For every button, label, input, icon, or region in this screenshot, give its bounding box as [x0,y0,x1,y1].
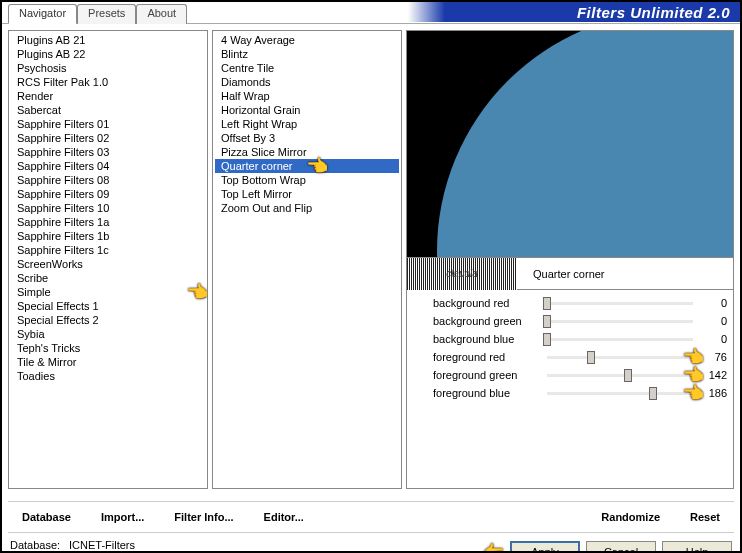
category-item[interactable]: Sapphire Filters 1b [11,229,205,243]
slider-value: 186 [699,387,729,399]
category-item[interactable]: Sapphire Filters 08 [11,173,205,187]
category-item[interactable]: Sybia [11,327,205,341]
category-item[interactable]: Scribe [11,271,205,285]
filter-item[interactable]: Pizza Slice Mirror [215,145,399,159]
filter-item[interactable]: Offset By 3 [215,131,399,145]
filter-item[interactable]: Top Left Mirror [215,187,399,201]
slider-label: foreground green [411,369,541,381]
slider-label: foreground red [411,351,541,363]
footer-buttons: 👉 Apply Cancel Help [482,541,732,554]
filter-item[interactable]: Left Right Wrap [215,117,399,131]
slider-thumb[interactable] [543,297,551,310]
category-item[interactable]: Sapphire Filters 02 [11,131,205,145]
category-item[interactable]: Teph's Tricks [11,341,205,355]
cancel-button[interactable]: Cancel [586,541,656,554]
reset-button[interactable]: Reset [676,508,734,526]
databasebutton[interactable]: Database [8,508,85,526]
slider-value: 0 [699,315,729,327]
database-value: ICNET-Filters [69,539,135,551]
footer: Database: ICNET-Filters Filters: 3789 👉 … [2,535,740,553]
slider-track[interactable] [547,338,693,341]
slider-value: 0 [699,297,729,309]
category-item[interactable]: Special Effects 1 [11,299,205,313]
preview-shape [437,30,734,258]
category-item[interactable]: RCS Filter Pak 1.0 [11,75,205,89]
category-item[interactable]: Sapphire Filters 1a [11,215,205,229]
slider-track[interactable] [547,320,693,323]
filter-item[interactable]: Quarter corner👉 [215,159,399,173]
button-row-left: DatabaseImport...Filter Info...Editor... [8,508,585,526]
filter-listbox[interactable]: 4 Way AverageBlintzCentre TileDiamondsHa… [212,30,402,489]
slider-value: 142 [699,369,729,381]
category-item[interactable]: ScreenWorks [11,257,205,271]
slider-value: 76 [699,351,729,363]
tab-presets[interactable]: Presets [77,4,136,24]
tab-navigator[interactable]: Navigator [8,4,77,24]
category-item[interactable]: Tile & Mirror [11,355,205,369]
slider-label: background blue [411,333,541,345]
left-column: Plugins AB 21Plugins AB 22PsychosisRCS F… [8,30,208,489]
filter-item[interactable]: Horizontal Grain [215,103,399,117]
main-panel: Plugins AB 21Plugins AB 22PsychosisRCS F… [2,23,740,495]
slider-value: 0 [699,333,729,345]
slider-label: background red [411,297,541,309]
filter-item[interactable]: 4 Way Average [215,33,399,47]
tab-strip: NavigatorPresetsAbout [8,4,740,24]
mid-column: 4 Way AverageBlintzCentre TileDiamondsHa… [212,30,402,489]
slider-row: background green0 [411,312,729,330]
slider-thumb[interactable] [543,315,551,328]
filter-name-row: claudia Quarter corner [406,258,734,290]
slider-label: background green [411,315,541,327]
footer-info: Database: ICNET-Filters Filters: 3789 [10,539,135,553]
slider-row: foreground green142👉 [411,366,729,384]
category-item[interactable]: Plugins AB 21 [11,33,205,47]
filter-item[interactable]: Blintz [215,47,399,61]
filter-item[interactable]: Centre Tile [215,61,399,75]
category-item[interactable]: Simple👉 [11,285,205,299]
watermark-logo: claudia [407,257,517,290]
filter-info-button[interactable]: Filter Info... [160,508,247,526]
apply-button[interactable]: Apply [510,541,580,554]
slider-track[interactable] [547,374,693,377]
current-filter-name: Quarter corner [521,268,733,280]
category-item[interactable]: Sapphire Filters 1c [11,243,205,257]
category-item[interactable]: Sapphire Filters 01 [11,117,205,131]
category-item[interactable]: Sapphire Filters 03 [11,145,205,159]
slider-label: foreground blue [411,387,541,399]
button-row: DatabaseImport...Filter Info...Editor...… [8,501,734,533]
slider-row: foreground blue186👉 [411,384,729,402]
filter-item[interactable]: Top Bottom Wrap [215,173,399,187]
preview-area [406,30,734,258]
slider-thumb[interactable] [649,387,657,400]
button-row-right: RandomizeReset [587,508,734,526]
category-item[interactable]: Render [11,89,205,103]
category-item[interactable]: Toadies [11,369,205,383]
category-item[interactable]: Psychosis [11,61,205,75]
slider-row: background red0 [411,294,729,312]
import-button[interactable]: Import... [87,508,158,526]
slider-thumb[interactable] [587,351,595,364]
category-item[interactable]: Sapphire Filters 09 [11,187,205,201]
category-listbox[interactable]: Plugins AB 21Plugins AB 22PsychosisRCS F… [8,30,208,489]
tab-about[interactable]: About [136,4,187,24]
slider-row: foreground red76👉 [411,348,729,366]
filter-item[interactable]: Diamonds [215,75,399,89]
category-item[interactable]: Sabercat [11,103,205,117]
editor-button[interactable]: Editor... [250,508,318,526]
slider-track[interactable] [547,392,693,395]
slider-track[interactable] [547,302,693,305]
randomize-button[interactable]: Randomize [587,508,674,526]
category-item[interactable]: Sapphire Filters 04 [11,159,205,173]
slider-thumb[interactable] [624,369,632,382]
help-button[interactable]: Help [662,541,732,554]
slider-row: background blue0 [411,330,729,348]
category-item[interactable]: Special Effects 2 [11,313,205,327]
slider-thumb[interactable] [543,333,551,346]
filter-item[interactable]: Zoom Out and Flip [215,201,399,215]
slider-track[interactable] [547,356,693,359]
category-item[interactable]: Plugins AB 22 [11,47,205,61]
slider-panel: background red0background green0backgrou… [406,290,734,489]
filter-item[interactable]: Half Wrap [215,89,399,103]
hand-pointer-icon: 👉 [482,541,504,554]
category-item[interactable]: Sapphire Filters 10 [11,201,205,215]
